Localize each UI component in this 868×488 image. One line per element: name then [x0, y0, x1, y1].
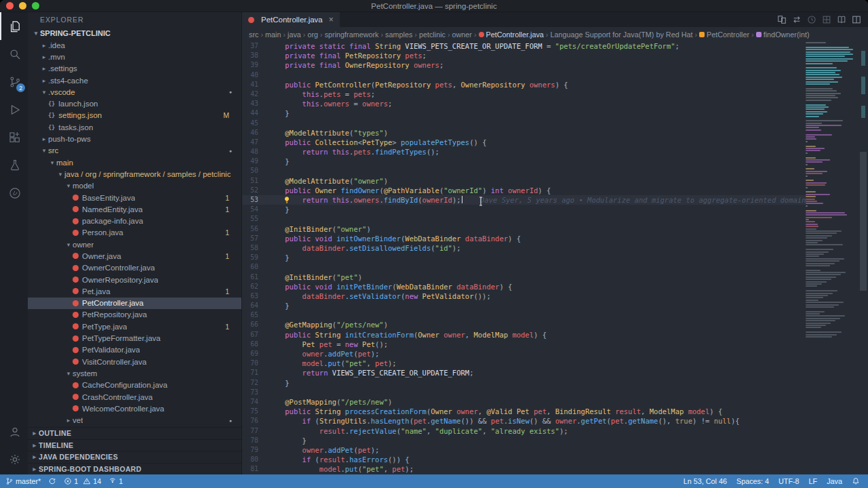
tree-file-ownercontroller-java[interactable]: OwnerController.java: [28, 262, 241, 274]
tree-folder-settings[interactable]: ▸.settings: [28, 63, 241, 75]
scrollbar-thumb[interactable]: [860, 152, 867, 291]
activity-explorer[interactable]: [0, 12, 28, 40]
breadcrumb-item[interactable]: main: [265, 30, 281, 39]
code-line-66[interactable]: 66 @GetMapping("/pets/new"): [242, 320, 806, 329]
tree-file-cacheconfiguration-java[interactable]: CacheConfiguration.java: [28, 380, 241, 391]
tree-file-visitcontroller-java[interactable]: VisitController.java: [28, 356, 241, 367]
indentation-indicator[interactable]: Spaces: 4: [736, 477, 769, 485]
tree-folder-owner[interactable]: ▾owner: [28, 239, 241, 250]
code-line-47[interactable]: 47 public Collection<PetType> populatePe…: [242, 138, 806, 147]
code-line-52[interactable]: 52 public Owner findOwner(@PathVariable(…: [242, 186, 806, 195]
code-line-81[interactable]: 81 model.put("pet", pet);: [242, 464, 806, 474]
activity-source-control[interactable]: 2: [0, 68, 28, 96]
notifications-bell[interactable]: [852, 477, 860, 485]
code-line-64[interactable]: 64 }: [242, 301, 806, 310]
tree-folder-main[interactable]: ▾main: [28, 157, 241, 168]
tree-folder-mvn[interactable]: ▸.mvn: [28, 51, 241, 62]
tree-root-spring-petclinic[interactable]: ▾ SPRING-PETCLINIC: [28, 27, 241, 39]
tree-folder-idea[interactable]: ▸.idea: [28, 39, 241, 51]
code-line-39[interactable]: 39 private final OwnerRepository owners;: [242, 60, 806, 70]
tree-file-crashcontroller-java[interactable]: CrashController.java: [28, 391, 241, 403]
breadcrumb-item[interactable]: PetController.java: [479, 30, 544, 39]
tree-file-pet-java[interactable]: Pet.java1: [28, 285, 241, 297]
code-line-54[interactable]: 54 }: [242, 205, 806, 214]
minimap[interactable]: [806, 41, 859, 474]
code-line-63[interactable]: 63 dataBinder.setValidator(new PetValida…: [242, 291, 806, 301]
tree-file-launch-json[interactable]: {}launch.json: [28, 98, 241, 109]
code-line-46[interactable]: 46 @ModelAttribute("types"): [242, 128, 806, 138]
open-changes-icon[interactable]: [777, 15, 787, 24]
activity-testing[interactable]: [0, 151, 28, 179]
tree-folder-vet[interactable]: ▸vet●: [28, 415, 241, 426]
git-branch-indicator[interactable]: master*: [5, 477, 41, 485]
breadcrumb-item[interactable]: findOwner(int): [756, 30, 810, 39]
code-line-50[interactable]: 50: [242, 166, 806, 176]
tree-file-petvalidator-java[interactable]: PetValidator.java: [28, 344, 241, 356]
code-line-59[interactable]: 59 }: [242, 253, 806, 262]
code-line-72[interactable]: 72 }: [242, 378, 806, 388]
code-line-75[interactable]: 75 public String processCreationForm(Own…: [242, 407, 806, 416]
breadcrumb-item[interactable]: PetController: [699, 30, 749, 39]
activity-search[interactable]: [0, 40, 28, 68]
code-line-61[interactable]: 61 @InitBinder("pet"): [242, 272, 806, 282]
sync-button[interactable]: [48, 477, 56, 485]
code-line-38[interactable]: 38 private final PetRepository pets;: [242, 51, 806, 60]
tree-file-package-info-java[interactable]: package-info.java: [28, 215, 241, 226]
eol-indicator[interactable]: LF: [809, 477, 818, 485]
code-line-62[interactable]: 62 public void initPetBinder(WebDataBind…: [242, 282, 806, 291]
activity-spring-boot-dashboard[interactable]: [0, 179, 28, 207]
tree-file-owner-java[interactable]: Owner.java1: [28, 250, 241, 262]
close-window-button[interactable]: [6, 2, 14, 9]
breadcrumb-item[interactable]: owner: [452, 30, 472, 39]
code-line-43[interactable]: 43 this.owners = owners;: [242, 99, 806, 108]
code-line-80[interactable]: 80 if (result.hasErrors()) {: [242, 455, 806, 464]
section-timeline[interactable]: ▸TIMELINE: [28, 439, 241, 451]
problems-indicator[interactable]: 1 14: [64, 477, 101, 485]
code-line-69[interactable]: 69 owner.addPet(pet);: [242, 349, 806, 359]
activity-run-and-debug[interactable]: [0, 96, 28, 123]
code-line-74[interactable]: 74 @PostMapping("/pets/new"): [242, 397, 806, 407]
tree-file-petrepository-java[interactable]: PetRepository.java: [28, 309, 241, 321]
tree-file-petcontroller-java[interactable]: PetController.java: [28, 298, 241, 309]
code-line-67[interactable]: 67 public String initCreationForm(Owner …: [242, 330, 806, 340]
breadcrumb-item[interactable]: springframework: [325, 30, 379, 39]
swap-editors-icon[interactable]: [792, 15, 802, 24]
section-spring-boot-dashboard[interactable]: ▸SPRING-BOOT DASHBOARD: [28, 463, 241, 475]
breadcrumb-item[interactable]: petclinic: [419, 30, 446, 39]
cursor-position[interactable]: Ln 53, Col 46: [684, 477, 727, 485]
tree-file-pettypeformatter-java[interactable]: PetTypeFormatter.java: [28, 332, 241, 344]
tree-file-tasks-json[interactable]: {}tasks.json: [28, 121, 241, 133]
vertical-scrollbar[interactable]: [859, 41, 868, 474]
code-line-55[interactable]: 55: [242, 214, 806, 224]
tree-file-welcomecontroller-java[interactable]: WelcomeController.java: [28, 403, 241, 414]
code-line-73[interactable]: 73: [242, 388, 806, 397]
code-line-77[interactable]: 77 result.rejectValue("name", "duplicate…: [242, 426, 806, 436]
code-line-40[interactable]: 40: [242, 70, 806, 80]
code-line-49[interactable]: 49 }: [242, 157, 806, 166]
encoding-indicator[interactable]: UTF-8: [778, 477, 800, 485]
tab-petcontroller-java[interactable]: PetController.java ×: [242, 12, 340, 27]
section-java-dependencies[interactable]: ▸JAVA DEPENDENCIES: [28, 451, 241, 463]
tree-file-namedentity-java[interactable]: NamedEntity.java1: [28, 203, 241, 215]
split-editor-icon[interactable]: [852, 15, 861, 24]
breadcrumb-item[interactable]: java: [288, 30, 301, 39]
code-line-76[interactable]: 76 if (StringUtils.hasLength(pet.getName…: [242, 416, 806, 426]
code-line-78[interactable]: 78 }: [242, 436, 806, 445]
grid-layout-icon[interactable]: [822, 15, 831, 24]
zoom-window-button[interactable]: [32, 2, 39, 9]
code-line-51[interactable]: 51 @ModelAttribute("owner"): [242, 176, 806, 186]
code-editor[interactable]: 37 private static final String VIEWS_PET…: [242, 41, 806, 474]
lightbulb-icon[interactable]: [283, 196, 291, 204]
code-line-53[interactable]: 53 return this.owners.findById(ownerId);…: [242, 195, 806, 205]
preview-icon[interactable]: [837, 15, 846, 24]
tree-file-baseentity-java[interactable]: BaseEntity.java1: [28, 192, 241, 203]
code-line-68[interactable]: 68 Pet pet = new Pet();: [242, 340, 806, 349]
code-line-70[interactable]: 70 model.put("pet", pet);: [242, 359, 806, 368]
code-line-71[interactable]: 71 return VIEWS_PETS_CREATE_OR_UPDATE_FO…: [242, 368, 806, 378]
activity-manage-settings[interactable]: [0, 445, 28, 473]
code-line-37[interactable]: 37 private static final String VIEWS_PET…: [242, 41, 806, 51]
tree-file-person-java[interactable]: Person.java1: [28, 227, 241, 239]
code-line-58[interactable]: 58 dataBinder.setDisallowedFields("id");: [242, 243, 806, 253]
breadcrumb-item[interactable]: samples: [385, 30, 412, 39]
tree-file-settings-json[interactable]: {}settings.jsonM: [28, 110, 241, 121]
